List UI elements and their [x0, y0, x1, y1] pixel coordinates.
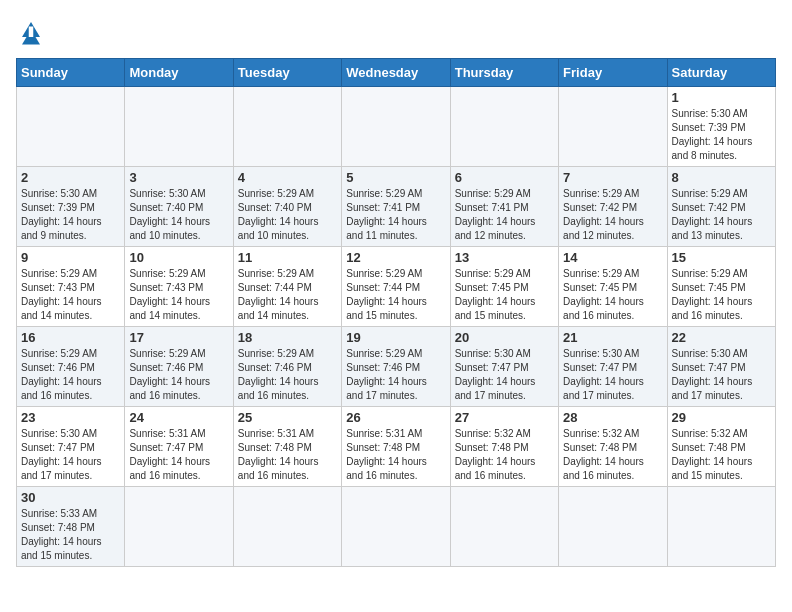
day-info: Sunrise: 5:29 AM Sunset: 7:45 PM Dayligh… — [455, 267, 554, 323]
day-number: 17 — [129, 330, 228, 345]
calendar-week-6: 30Sunrise: 5:33 AM Sunset: 7:48 PM Dayli… — [17, 487, 776, 567]
day-info: Sunrise: 5:29 AM Sunset: 7:45 PM Dayligh… — [672, 267, 771, 323]
calendar-header-monday: Monday — [125, 59, 233, 87]
day-info: Sunrise: 5:31 AM Sunset: 7:48 PM Dayligh… — [346, 427, 445, 483]
calendar-header-wednesday: Wednesday — [342, 59, 450, 87]
calendar-cell — [559, 487, 667, 567]
day-number: 23 — [21, 410, 120, 425]
day-info: Sunrise: 5:30 AM Sunset: 7:47 PM Dayligh… — [21, 427, 120, 483]
day-number: 21 — [563, 330, 662, 345]
calendar-cell: 1Sunrise: 5:30 AM Sunset: 7:39 PM Daylig… — [667, 87, 775, 167]
day-info: Sunrise: 5:30 AM Sunset: 7:47 PM Dayligh… — [563, 347, 662, 403]
calendar-cell: 12Sunrise: 5:29 AM Sunset: 7:44 PM Dayli… — [342, 247, 450, 327]
calendar-cell: 30Sunrise: 5:33 AM Sunset: 7:48 PM Dayli… — [17, 487, 125, 567]
day-number: 6 — [455, 170, 554, 185]
calendar-cell: 26Sunrise: 5:31 AM Sunset: 7:48 PM Dayli… — [342, 407, 450, 487]
calendar-header-row: SundayMondayTuesdayWednesdayThursdayFrid… — [17, 59, 776, 87]
calendar-week-3: 9Sunrise: 5:29 AM Sunset: 7:43 PM Daylig… — [17, 247, 776, 327]
calendar-cell: 18Sunrise: 5:29 AM Sunset: 7:46 PM Dayli… — [233, 327, 341, 407]
day-number: 7 — [563, 170, 662, 185]
calendar-cell: 25Sunrise: 5:31 AM Sunset: 7:48 PM Dayli… — [233, 407, 341, 487]
calendar-cell — [667, 487, 775, 567]
calendar-cell: 16Sunrise: 5:29 AM Sunset: 7:46 PM Dayli… — [17, 327, 125, 407]
calendar-cell: 17Sunrise: 5:29 AM Sunset: 7:46 PM Dayli… — [125, 327, 233, 407]
day-info: Sunrise: 5:29 AM Sunset: 7:43 PM Dayligh… — [129, 267, 228, 323]
calendar-header-tuesday: Tuesday — [233, 59, 341, 87]
day-info: Sunrise: 5:29 AM Sunset: 7:46 PM Dayligh… — [238, 347, 337, 403]
day-number: 18 — [238, 330, 337, 345]
day-info: Sunrise: 5:29 AM Sunset: 7:44 PM Dayligh… — [238, 267, 337, 323]
day-info: Sunrise: 5:30 AM Sunset: 7:47 PM Dayligh… — [672, 347, 771, 403]
calendar-cell — [17, 87, 125, 167]
calendar-cell: 21Sunrise: 5:30 AM Sunset: 7:47 PM Dayli… — [559, 327, 667, 407]
day-number: 10 — [129, 250, 228, 265]
calendar-cell: 13Sunrise: 5:29 AM Sunset: 7:45 PM Dayli… — [450, 247, 558, 327]
day-info: Sunrise: 5:31 AM Sunset: 7:48 PM Dayligh… — [238, 427, 337, 483]
calendar-cell: 7Sunrise: 5:29 AM Sunset: 7:42 PM Daylig… — [559, 167, 667, 247]
calendar-cell: 2Sunrise: 5:30 AM Sunset: 7:39 PM Daylig… — [17, 167, 125, 247]
day-number: 29 — [672, 410, 771, 425]
day-info: Sunrise: 5:29 AM Sunset: 7:41 PM Dayligh… — [455, 187, 554, 243]
calendar-cell: 11Sunrise: 5:29 AM Sunset: 7:44 PM Dayli… — [233, 247, 341, 327]
header — [16, 16, 776, 46]
day-number: 9 — [21, 250, 120, 265]
day-info: Sunrise: 5:32 AM Sunset: 7:48 PM Dayligh… — [563, 427, 662, 483]
day-info: Sunrise: 5:29 AM Sunset: 7:46 PM Dayligh… — [346, 347, 445, 403]
day-info: Sunrise: 5:29 AM Sunset: 7:45 PM Dayligh… — [563, 267, 662, 323]
day-number: 1 — [672, 90, 771, 105]
svg-marker-1 — [22, 37, 40, 45]
calendar-header-saturday: Saturday — [667, 59, 775, 87]
day-number: 14 — [563, 250, 662, 265]
day-info: Sunrise: 5:30 AM Sunset: 7:40 PM Dayligh… — [129, 187, 228, 243]
svg-rect-2 — [29, 27, 34, 38]
calendar-cell: 20Sunrise: 5:30 AM Sunset: 7:47 PM Dayli… — [450, 327, 558, 407]
calendar-cell: 29Sunrise: 5:32 AM Sunset: 7:48 PM Dayli… — [667, 407, 775, 487]
day-info: Sunrise: 5:30 AM Sunset: 7:39 PM Dayligh… — [672, 107, 771, 163]
day-number: 25 — [238, 410, 337, 425]
day-info: Sunrise: 5:30 AM Sunset: 7:47 PM Dayligh… — [455, 347, 554, 403]
calendar-cell: 3Sunrise: 5:30 AM Sunset: 7:40 PM Daylig… — [125, 167, 233, 247]
calendar-cell: 22Sunrise: 5:30 AM Sunset: 7:47 PM Dayli… — [667, 327, 775, 407]
calendar-cell: 14Sunrise: 5:29 AM Sunset: 7:45 PM Dayli… — [559, 247, 667, 327]
day-number: 19 — [346, 330, 445, 345]
calendar-table: SundayMondayTuesdayWednesdayThursdayFrid… — [16, 58, 776, 567]
calendar-cell — [233, 487, 341, 567]
calendar-cell — [559, 87, 667, 167]
day-info: Sunrise: 5:32 AM Sunset: 7:48 PM Dayligh… — [455, 427, 554, 483]
calendar-cell: 27Sunrise: 5:32 AM Sunset: 7:48 PM Dayli… — [450, 407, 558, 487]
day-number: 13 — [455, 250, 554, 265]
day-number: 22 — [672, 330, 771, 345]
calendar-cell — [125, 487, 233, 567]
calendar-cell: 6Sunrise: 5:29 AM Sunset: 7:41 PM Daylig… — [450, 167, 558, 247]
day-info: Sunrise: 5:29 AM Sunset: 7:46 PM Dayligh… — [21, 347, 120, 403]
day-number: 5 — [346, 170, 445, 185]
day-info: Sunrise: 5:32 AM Sunset: 7:48 PM Dayligh… — [672, 427, 771, 483]
calendar-cell — [450, 87, 558, 167]
calendar-cell — [342, 87, 450, 167]
calendar-cell: 9Sunrise: 5:29 AM Sunset: 7:43 PM Daylig… — [17, 247, 125, 327]
calendar-cell: 24Sunrise: 5:31 AM Sunset: 7:47 PM Dayli… — [125, 407, 233, 487]
calendar-cell: 5Sunrise: 5:29 AM Sunset: 7:41 PM Daylig… — [342, 167, 450, 247]
calendar-cell — [342, 487, 450, 567]
day-info: Sunrise: 5:31 AM Sunset: 7:47 PM Dayligh… — [129, 427, 228, 483]
calendar-header-thursday: Thursday — [450, 59, 558, 87]
day-info: Sunrise: 5:29 AM Sunset: 7:40 PM Dayligh… — [238, 187, 337, 243]
day-info: Sunrise: 5:29 AM Sunset: 7:42 PM Dayligh… — [672, 187, 771, 243]
calendar-cell: 23Sunrise: 5:30 AM Sunset: 7:47 PM Dayli… — [17, 407, 125, 487]
calendar-week-2: 2Sunrise: 5:30 AM Sunset: 7:39 PM Daylig… — [17, 167, 776, 247]
calendar-cell — [233, 87, 341, 167]
calendar-cell: 4Sunrise: 5:29 AM Sunset: 7:40 PM Daylig… — [233, 167, 341, 247]
day-number: 3 — [129, 170, 228, 185]
day-number: 16 — [21, 330, 120, 345]
calendar-cell: 28Sunrise: 5:32 AM Sunset: 7:48 PM Dayli… — [559, 407, 667, 487]
day-number: 28 — [563, 410, 662, 425]
calendar-cell: 10Sunrise: 5:29 AM Sunset: 7:43 PM Dayli… — [125, 247, 233, 327]
day-number: 12 — [346, 250, 445, 265]
calendar-cell: 19Sunrise: 5:29 AM Sunset: 7:46 PM Dayli… — [342, 327, 450, 407]
calendar-cell — [125, 87, 233, 167]
logo-icon — [16, 16, 46, 46]
day-number: 8 — [672, 170, 771, 185]
day-number: 24 — [129, 410, 228, 425]
calendar-cell: 8Sunrise: 5:29 AM Sunset: 7:42 PM Daylig… — [667, 167, 775, 247]
day-number: 4 — [238, 170, 337, 185]
